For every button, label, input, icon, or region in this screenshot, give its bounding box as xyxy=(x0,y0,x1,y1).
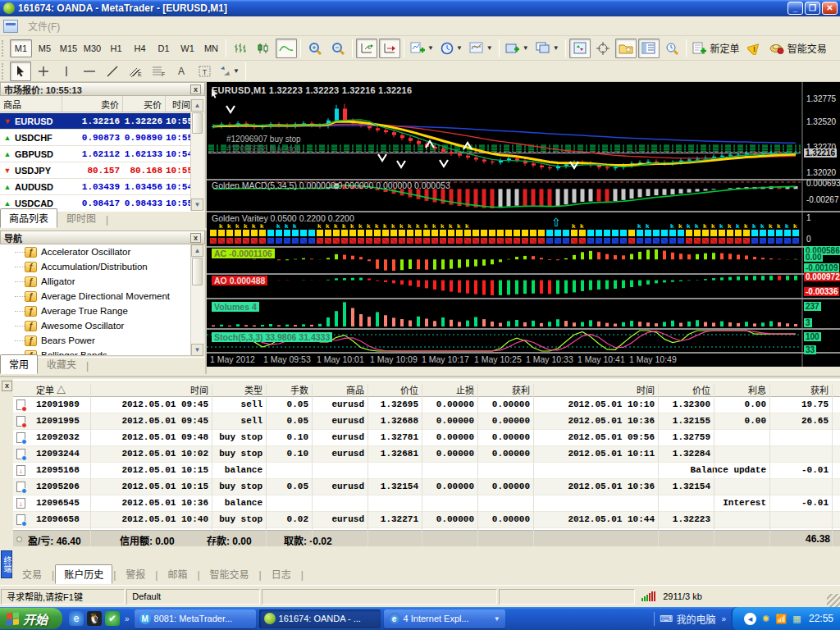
desktop-band[interactable]: ⌨ 我的电脑 » xyxy=(654,612,731,626)
restore-button[interactable]: ❐ xyxy=(805,2,820,15)
tab-favorites[interactable]: 收藏夹 xyxy=(38,354,85,374)
orders-column-8[interactable]: 时间 xyxy=(637,383,655,396)
keyboard-icon[interactable]: ⌨ xyxy=(660,613,672,625)
orders-column-1[interactable]: 时间 xyxy=(190,383,208,396)
market-watch-title-bar[interactable]: 市场报价: 10:55:13 x xyxy=(0,82,205,96)
navigator-item[interactable]: ƒAccumulation/Distribution xyxy=(0,259,190,274)
chart-area[interactable]: kkkkkkkkkkkkkkkkkkkkkkkkkkkkkkkkkkkkkkkk… xyxy=(207,82,840,367)
text-button[interactable]: A xyxy=(171,62,192,81)
terminal-tab-4[interactable]: 智能交易 xyxy=(201,564,258,584)
timeframe-d1[interactable]: D1 xyxy=(153,39,175,57)
trend-line-button[interactable] xyxy=(102,62,123,81)
order-row-12095168[interactable]: ↓120951682012.05.01 10:15balanceBalance … xyxy=(13,463,840,479)
taskbar-button-2[interactable]: e4 Internet Expl...▼ xyxy=(384,609,505,628)
scroll-up-icon[interactable]: ▲ xyxy=(191,99,203,112)
chevron-icon[interactable]: » xyxy=(721,614,726,623)
order-row-12091989[interactable]: 120919892012.05.01 09:45sell0.05eurusd1.… xyxy=(13,397,840,413)
orders-column-3[interactable]: 手数 xyxy=(290,383,308,396)
terminal-tab-0[interactable]: 交易 xyxy=(13,564,51,584)
taskbar-button-0[interactable]: M8081: MetaTrader... xyxy=(135,609,256,628)
order-row-12092032[interactable]: 120920322012.05.01 09:48buy stop0.10euru… xyxy=(13,430,840,446)
new-order-button[interactable]: 新定单 xyxy=(690,39,742,58)
close-icon[interactable]: x xyxy=(190,233,201,243)
market-watch-row-audusd[interactable]: ▲AUDUSD1.034391.0345610:54 xyxy=(0,179,190,195)
orders-column-7[interactable]: 获利 xyxy=(512,383,530,396)
orders-column-5[interactable]: 价位 xyxy=(400,383,418,396)
ie-icon[interactable]: e xyxy=(69,611,84,626)
navigator-item[interactable]: ƒAlligator xyxy=(0,274,190,289)
timeframe-m15[interactable]: M15 xyxy=(57,39,80,57)
tab-symbols[interactable]: 商品列表 xyxy=(0,208,57,228)
orders-column-6[interactable]: 止损 xyxy=(456,383,474,396)
equidistant-channel-button[interactable]: E xyxy=(125,62,146,81)
candlestick-chart-button[interactable] xyxy=(253,39,274,58)
window-layout-button[interactable]: ▼ xyxy=(533,39,562,58)
navigator-item[interactable]: ƒBears Power xyxy=(0,333,190,348)
my-computer-label[interactable]: 我的电脑 xyxy=(676,612,715,626)
terminal-tab-2[interactable]: 警报 xyxy=(116,564,154,584)
terminal-tab-5[interactable]: 日志 xyxy=(262,564,300,584)
cursor-button[interactable] xyxy=(10,62,31,81)
timeframe-w1[interactable]: W1 xyxy=(176,39,199,57)
terminal-tab-1[interactable]: 账户历史 xyxy=(55,564,112,584)
shapes-button[interactable]: ▼ xyxy=(217,62,242,81)
terminal-tab-3[interactable]: 邮箱 xyxy=(158,564,196,584)
hide-icons-icon[interactable]: ◂ xyxy=(744,613,756,625)
horizontal-line-button[interactable] xyxy=(79,62,100,81)
orders-column-10[interactable]: 利息 xyxy=(748,383,766,396)
add-chart-button[interactable]: ▼ xyxy=(503,39,532,58)
status-profile[interactable]: Default xyxy=(126,589,259,605)
qq-icon[interactable]: 🐧 xyxy=(87,611,102,626)
tray-network-icon[interactable]: 📶 xyxy=(775,613,788,625)
new-chart-button[interactable]: ▼ xyxy=(408,39,436,58)
warning-button[interactable]: ! xyxy=(744,39,765,58)
auto-scroll-button[interactable] xyxy=(356,39,377,58)
line-chart-button[interactable] xyxy=(276,39,297,58)
chart-shift-button[interactable] xyxy=(379,39,400,58)
resize-grip[interactable] xyxy=(827,594,840,607)
periods-button[interactable]: ▼ xyxy=(438,39,465,58)
close-button[interactable]: ✕ xyxy=(822,2,838,15)
order-row-12096545[interactable]: ↓120965452012.05.01 10:36balanceInterest… xyxy=(13,495,840,512)
chevron-down-icon[interactable]: ▼ xyxy=(494,615,500,623)
order-row-12093244[interactable]: 120932442012.05.01 10:02buy stop0.10euru… xyxy=(13,446,840,463)
terminal-panel-button[interactable] xyxy=(638,39,660,58)
title-bar[interactable]: 161674: OANDA - MetaTrader - [EURUSD,M1]… xyxy=(0,0,840,16)
text-label-button[interactable]: T xyxy=(194,62,215,81)
toolbar-grip[interactable] xyxy=(2,63,7,80)
navigator-item[interactable]: ƒAccelerator Oscillator xyxy=(0,244,190,259)
scroll-down-icon[interactable]: ▼ xyxy=(191,344,203,356)
scroll-thumb[interactable] xyxy=(192,112,203,134)
bar-chart-button[interactable] xyxy=(230,39,251,58)
orders-column-0[interactable]: 定单 △ xyxy=(36,383,66,396)
tray-star-icon[interactable]: ✺ xyxy=(760,613,772,625)
favorites-button[interactable] xyxy=(615,39,637,58)
order-row-12096658[interactable]: 120966582012.05.01 10:40buy stop0.02euru… xyxy=(13,512,840,528)
navigator-item[interactable]: ƒAverage True Range xyxy=(0,304,190,318)
scroll-down-icon[interactable]: ▼ xyxy=(191,199,203,211)
zoom-out-button[interactable] xyxy=(327,39,349,58)
vertical-line-button[interactable] xyxy=(56,62,77,81)
crosshair-target-button[interactable] xyxy=(592,39,614,58)
navigator-scrollbar[interactable]: ▲ ▼ xyxy=(190,244,203,356)
close-icon[interactable]: x xyxy=(190,84,201,94)
chart-canvas[interactable]: kkkkkkkkkkkkkkkkkkkkkkkkkkkkkkkkkkkkkkkk… xyxy=(207,82,840,367)
timeframe-m1[interactable]: M1 xyxy=(10,39,32,57)
timeframe-h1[interactable]: H1 xyxy=(105,39,127,57)
shield-icon[interactable]: ✔ xyxy=(105,611,120,626)
scroll-up-icon[interactable]: ▲ xyxy=(191,244,203,257)
orders-column-9[interactable]: 价位 xyxy=(692,383,710,396)
market-watch-row-eurusd[interactable]: ▼EURUSD1.322161.3222610:55 xyxy=(0,113,190,130)
templates-button[interactable]: ▼ xyxy=(467,39,495,58)
terminal-side-tab[interactable]: 终端 xyxy=(1,550,12,578)
start-button[interactable]: 开始 xyxy=(0,608,62,629)
orders-column-11[interactable]: 获利 xyxy=(810,383,829,396)
crosshair-button[interactable] xyxy=(33,62,54,81)
tray-grid-icon[interactable]: ▦ xyxy=(791,613,803,625)
strategy-tester-button[interactable] xyxy=(661,39,682,58)
timeframe-mn[interactable]: MN xyxy=(200,39,222,57)
tab-common[interactable]: 常用 xyxy=(0,354,38,374)
fibonacci-button[interactable]: F xyxy=(148,62,169,81)
chevron-icon[interactable]: » xyxy=(125,614,130,623)
market-watch-row-usdjpy[interactable]: ▼USDJPY80.15780.16810:55 xyxy=(0,162,190,179)
